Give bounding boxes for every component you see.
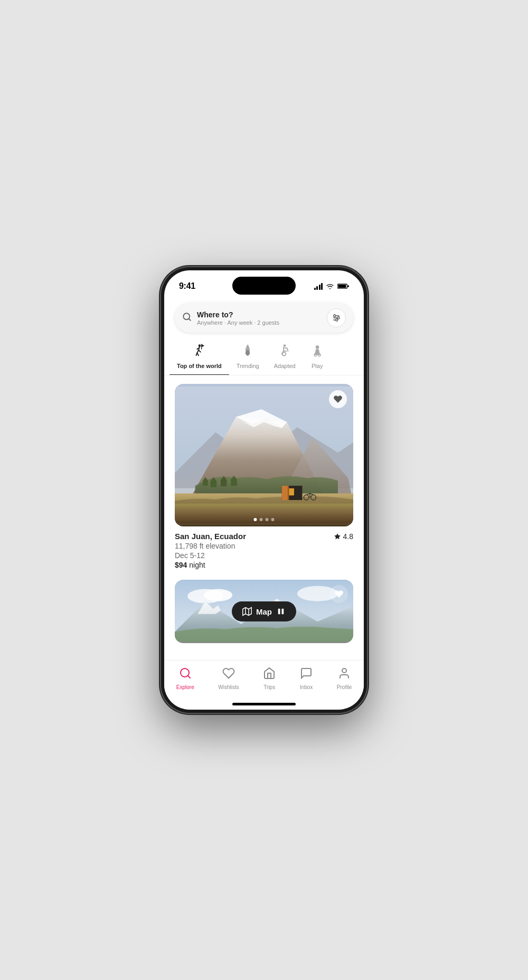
- search-icon: [182, 312, 192, 324]
- carousel-dots: [254, 518, 275, 521]
- dot-2: [260, 518, 263, 521]
- profile-label: Profile: [337, 684, 352, 690]
- inbox-icon: [300, 667, 313, 683]
- listing-header: San Juan, Ecuador 4.8: [175, 532, 353, 541]
- tab-trending[interactable]: Trending: [229, 339, 267, 375]
- wishlist-heart-button[interactable]: [329, 390, 347, 408]
- svg-point-21: [282, 352, 286, 356]
- svg-point-22: [315, 345, 319, 349]
- second-card-heart-button[interactable]: [330, 585, 348, 603]
- second-listing-image: Map: [175, 580, 353, 643]
- explore-icon: [179, 667, 192, 683]
- svg-point-10: [336, 319, 338, 321]
- dot-4: [271, 518, 275, 521]
- svg-line-14: [199, 350, 201, 352]
- search-text: Where to? Anywhere · Any week · 2 guests: [197, 310, 322, 326]
- filter-icon: [332, 314, 341, 322]
- tab-adapted-label: Adapted: [274, 363, 296, 369]
- trips-icon: [263, 667, 276, 683]
- listing-image[interactable]: [175, 384, 353, 526]
- svg-point-7: [337, 317, 340, 319]
- map-button-label: Map: [256, 607, 272, 616]
- listing-elevation: 11,798 ft elevation: [175, 542, 353, 550]
- svg-point-56: [342, 668, 346, 673]
- listing-landscape-svg: [175, 384, 353, 526]
- dot-1: [254, 518, 257, 521]
- search-bar[interactable]: Where to? Anywhere · Any week · 2 guests: [175, 303, 353, 333]
- svg-marker-49: [243, 608, 252, 616]
- tab-play-icon: [310, 343, 324, 360]
- rating-value: 4.8: [343, 532, 353, 541]
- svg-rect-35: [289, 488, 294, 496]
- tab-trending-icon: [241, 343, 254, 360]
- listing-price-amount: $94: [175, 561, 187, 569]
- category-tabs: Top of the world Trending: [164, 339, 364, 375]
- svg-rect-34: [288, 486, 289, 500]
- search-sub-text: Anywhere · Any week · 2 guests: [197, 319, 322, 326]
- svg-line-55: [187, 676, 190, 678]
- trips-label: Trips: [263, 684, 275, 690]
- tab-play[interactable]: Play: [303, 339, 332, 375]
- svg-line-17: [197, 348, 199, 349]
- svg-marker-19: [202, 344, 205, 347]
- signal-icon: [314, 283, 323, 290]
- svg-point-9: [334, 315, 336, 317]
- heart-filled-icon-2: [334, 589, 344, 599]
- explore-label: Explore: [176, 684, 194, 690]
- svg-rect-33: [282, 486, 288, 500]
- status-time: 9:41: [179, 281, 195, 291]
- search-container: Where to? Anywhere · Any week · 2 guests: [164, 299, 364, 339]
- wishlists-icon: [222, 667, 235, 683]
- listing-card: San Juan, Ecuador 4.8 11,798 ft elevatio…: [164, 375, 364, 576]
- battery-icon: [337, 283, 349, 289]
- tab-top-of-world-icon: [192, 343, 206, 360]
- listing-price-suffix: night: [187, 561, 205, 569]
- phone-screen: 9:41: [164, 270, 364, 710]
- nav-trips[interactable]: Trips: [257, 665, 282, 692]
- home-indicator: [232, 703, 296, 705]
- nav-wishlists[interactable]: Wishlists: [212, 665, 245, 692]
- map-icon: [242, 607, 252, 616]
- filter-button[interactable]: [327, 308, 346, 327]
- dot-3: [266, 518, 269, 521]
- tab-top-of-the-world[interactable]: Top of the world: [169, 339, 229, 375]
- svg-rect-1: [347, 285, 349, 287]
- tab-play-label: Play: [312, 363, 323, 369]
- svg-rect-52: [278, 609, 280, 615]
- listing-price: $94 night: [175, 561, 353, 569]
- listing-info: San Juan, Ecuador 4.8 11,798 ft elevatio…: [175, 526, 353, 571]
- nav-explore[interactable]: Explore: [170, 665, 201, 692]
- nav-inbox[interactable]: Inbox: [294, 665, 319, 692]
- listing-dates: Dec 5-12: [175, 551, 353, 560]
- tab-adapted[interactable]: Adapted: [267, 339, 303, 375]
- svg-point-44: [204, 589, 232, 601]
- svg-rect-2: [338, 285, 346, 288]
- dynamic-island: [232, 277, 296, 295]
- status-icons: [314, 283, 350, 290]
- listing-location: San Juan, Ecuador: [175, 532, 246, 541]
- star-icon: [334, 533, 341, 540]
- svg-point-20: [284, 344, 286, 347]
- search-main-text: Where to?: [197, 310, 322, 319]
- svg-rect-53: [282, 609, 284, 615]
- inbox-label: Inbox: [300, 684, 313, 690]
- map-button[interactable]: Map: [232, 601, 296, 621]
- bottom-nav: Explore Wishlists Trips: [164, 660, 364, 703]
- profile-icon: [338, 667, 351, 683]
- tab-top-of-world-label: Top of the world: [177, 363, 222, 369]
- wishlists-label: Wishlists: [218, 684, 239, 690]
- listing-rating: 4.8: [334, 532, 353, 541]
- second-listing-card[interactable]: Map: [164, 576, 364, 643]
- svg-line-4: [188, 318, 190, 320]
- tab-adapted-icon: [278, 343, 291, 360]
- svg-marker-41: [334, 533, 341, 539]
- wifi-icon: [326, 283, 334, 289]
- svg-line-16: [197, 353, 199, 356]
- nav-profile[interactable]: Profile: [331, 665, 358, 692]
- phone-frame: 9:41: [161, 267, 367, 713]
- main-content: San Juan, Ecuador 4.8 11,798 ft elevatio…: [164, 375, 364, 660]
- pause-icon: [276, 607, 286, 616]
- tab-trending-label: Trending: [237, 363, 259, 369]
- heart-filled-icon: [333, 394, 343, 404]
